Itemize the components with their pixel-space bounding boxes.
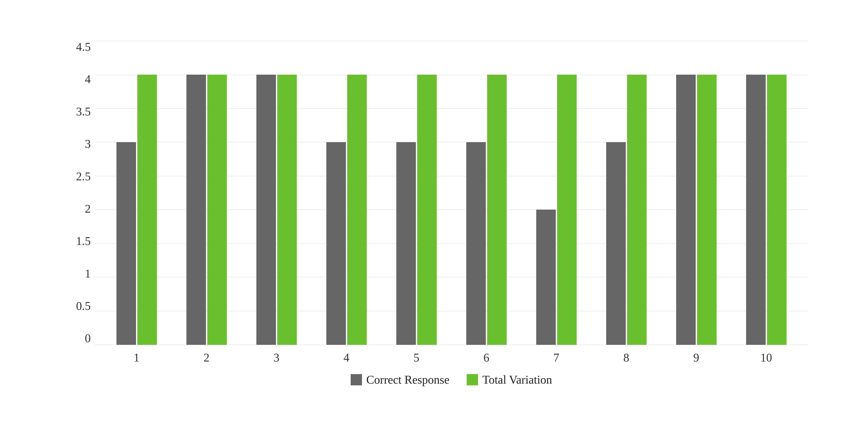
bars-area: [95, 41, 808, 345]
y-axis-label: 0: [85, 332, 91, 344]
x-axis-label: 2: [172, 351, 242, 364]
bar-group: [312, 41, 381, 345]
x-label-wrapper: 8: [591, 351, 661, 364]
x-label-wrapper: 4: [312, 351, 381, 364]
x-axis-label: 10: [731, 351, 801, 364]
x-label-wrapper: 3: [242, 351, 312, 364]
bar-pair: [591, 41, 661, 345]
correct-response-bar: [466, 142, 486, 345]
bar-pair: [102, 41, 172, 345]
correct-response-bar: [256, 75, 276, 345]
total-variation-bar: [347, 75, 367, 345]
correct-response-bar: [396, 142, 416, 345]
bar-pair: [731, 41, 801, 345]
legend-item: Correct Response: [351, 373, 449, 386]
correct-response-bar: [536, 210, 556, 345]
correct-response-bar: [606, 142, 626, 345]
x-labels: 12345678910: [95, 351, 808, 364]
chart-area: 4.543.532.521.510.50 12345678910: [73, 41, 808, 345]
total-variation-bar: [487, 75, 507, 345]
correct-response-bar: [117, 142, 136, 345]
y-axis-label: 4.5: [76, 41, 91, 53]
legend-label: Total Variation: [482, 373, 552, 386]
total-variation-bar: [277, 75, 297, 345]
x-axis-label: 6: [452, 351, 522, 364]
plot-area: [95, 41, 808, 345]
x-label-wrapper: 7: [522, 351, 591, 364]
x-axis-label: 1: [102, 351, 172, 364]
x-label-wrapper: 10: [731, 351, 801, 364]
correct-response-bar: [186, 75, 206, 345]
bar-group: [242, 41, 312, 345]
legend: Correct ResponseTotal Variation: [95, 373, 808, 386]
bar-group: [452, 41, 522, 345]
x-axis-label: 3: [242, 351, 312, 364]
x-axis-label: 7: [522, 351, 591, 364]
y-axis-label: 1.5: [76, 235, 91, 247]
grid-line: [95, 345, 808, 345]
total-variation-bar: [137, 75, 157, 345]
bar-pair: [452, 41, 522, 345]
bar-group: [102, 41, 172, 345]
x-label-wrapper: 2: [172, 351, 242, 364]
total-variation-bar: [697, 75, 717, 345]
y-axis-label: 0.5: [76, 300, 91, 312]
y-axis-label: 3: [85, 138, 91, 150]
correct-response-bar: [746, 75, 766, 345]
bar-pair: [661, 41, 731, 345]
bar-group: [661, 41, 731, 345]
chart-container: 4.543.532.521.510.50 12345678910 Correct…: [43, 15, 825, 427]
legend-color-box: [351, 374, 362, 385]
x-axis-label: 9: [661, 351, 731, 364]
legend-color-box: [467, 374, 478, 385]
y-axis: 4.543.532.521.510.50: [73, 41, 95, 345]
y-axis-label: 2.5: [76, 171, 91, 182]
total-variation-bar: [417, 75, 437, 345]
x-label-wrapper: 5: [381, 351, 452, 364]
x-axis-label: 4: [312, 351, 381, 364]
bar-group: [731, 41, 801, 345]
bar-pair: [522, 41, 591, 345]
x-label-wrapper: 6: [452, 351, 522, 364]
x-label-wrapper: 9: [661, 351, 731, 364]
y-axis-label: 3.5: [76, 106, 91, 117]
total-variation-bar: [767, 75, 786, 345]
total-variation-bar: [557, 75, 577, 345]
bar-group: [522, 41, 591, 345]
bar-pair: [242, 41, 312, 345]
bar-pair: [172, 41, 242, 345]
total-variation-bar: [207, 75, 227, 345]
bar-pair: [312, 41, 381, 345]
x-label-wrapper: 1: [102, 351, 172, 364]
legend-item: Total Variation: [467, 373, 552, 386]
legend-label: Correct Response: [366, 373, 449, 386]
bar-group: [381, 41, 452, 345]
correct-response-bar: [676, 75, 696, 345]
y-axis-label: 2: [85, 203, 91, 214]
correct-response-bar: [326, 142, 346, 345]
bar-group: [172, 41, 242, 345]
total-variation-bar: [627, 75, 647, 345]
y-axis-label: 4: [85, 73, 91, 85]
bar-pair: [381, 41, 452, 345]
bar-group: [591, 41, 661, 345]
x-axis-label: 5: [381, 351, 452, 364]
x-axis-label: 8: [591, 351, 661, 364]
y-axis-label: 1: [85, 268, 91, 279]
